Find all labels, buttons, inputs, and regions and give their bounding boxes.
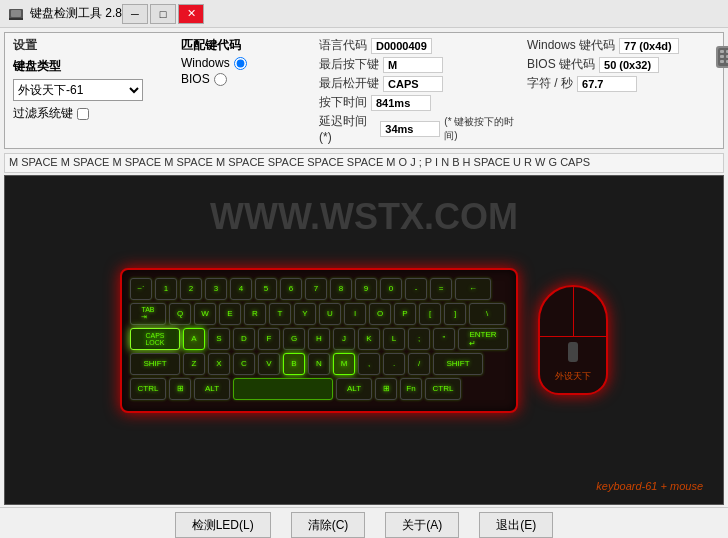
key-alt-l[interactable]: ALT bbox=[194, 378, 230, 400]
settings-group-label: 设置 bbox=[13, 37, 173, 54]
key-p[interactable]: P bbox=[394, 303, 416, 325]
title-bar-icon bbox=[8, 6, 24, 22]
chars-per-sec-label: 字符 / 秒 bbox=[527, 75, 573, 92]
key-l[interactable]: L bbox=[383, 328, 405, 350]
key-win-r[interactable]: ⊞ bbox=[375, 378, 397, 400]
filter-row: 过滤系统键 bbox=[13, 105, 173, 122]
key-space[interactable] bbox=[233, 378, 333, 400]
key-t[interactable]: T bbox=[269, 303, 291, 325]
watermark: WWW.WSTX.COM bbox=[210, 196, 518, 238]
key-e[interactable]: E bbox=[219, 303, 241, 325]
settings-right: 语言代码 D0000409 最后按下键 M 最后松开键 CAPS 按下时间 84… bbox=[319, 37, 519, 144]
key-alt-r[interactable]: ALT bbox=[336, 378, 372, 400]
key-1[interactable]: 1 bbox=[155, 278, 177, 300]
mouse-btn-right[interactable] bbox=[574, 287, 607, 337]
bios-code-row: BIOS 键代码 50 (0x32) bbox=[527, 56, 707, 73]
key-w[interactable]: W bbox=[194, 303, 216, 325]
key-o[interactable]: O bbox=[369, 303, 391, 325]
key-slash[interactable]: / bbox=[408, 353, 430, 375]
key-c[interactable]: C bbox=[233, 353, 255, 375]
key-m[interactable]: M bbox=[333, 353, 355, 375]
key-minus[interactable]: - bbox=[405, 278, 427, 300]
windows-code-row: Windows 键代码 77 (0x4d) bbox=[527, 37, 707, 54]
maximize-button[interactable]: □ bbox=[150, 4, 176, 24]
keyboard-wrapper: ~` 1 2 3 4 5 6 7 8 9 0 - = ← TAB⇥ Q W E bbox=[120, 268, 608, 413]
key-lbracket[interactable]: [ bbox=[419, 303, 441, 325]
key-s[interactable]: S bbox=[208, 328, 230, 350]
key-v[interactable]: V bbox=[258, 353, 280, 375]
about-button[interactable]: 关于(A) bbox=[385, 512, 459, 538]
key-rbracket[interactable]: ] bbox=[444, 303, 466, 325]
keyboard-type-select[interactable]: 外设天下-61 bbox=[13, 79, 143, 101]
code-group-label: 匹配键代码 bbox=[181, 37, 311, 54]
close-button[interactable]: ✕ bbox=[178, 4, 204, 24]
bios-radio[interactable] bbox=[214, 73, 227, 86]
bios-radio-row: BIOS bbox=[181, 72, 311, 86]
delay-value: 34ms bbox=[380, 121, 440, 137]
keyboard-type-label: 键盘类型 bbox=[13, 58, 173, 75]
key-7[interactable]: 7 bbox=[305, 278, 327, 300]
key-equals[interactable]: = bbox=[430, 278, 452, 300]
title-bar-buttons: ─ □ ✕ bbox=[122, 4, 204, 24]
key-5[interactable]: 5 bbox=[255, 278, 277, 300]
key-quote[interactable]: " bbox=[433, 328, 455, 350]
filter-checkbox[interactable] bbox=[77, 108, 89, 120]
key-n[interactable]: N bbox=[308, 353, 330, 375]
key-i[interactable]: I bbox=[344, 303, 366, 325]
key-log-text: M SPACE M SPACE M SPACE M SPACE M SPACE … bbox=[9, 156, 590, 168]
keyboard-icon bbox=[715, 37, 728, 77]
key-win-l[interactable]: ⊞ bbox=[169, 378, 191, 400]
key-row-1: ~` 1 2 3 4 5 6 7 8 9 0 - = ← bbox=[130, 278, 508, 300]
key-g[interactable]: G bbox=[283, 328, 305, 350]
key-h[interactable]: H bbox=[308, 328, 330, 350]
key-backslash[interactable]: \ bbox=[469, 303, 505, 325]
lang-code-row: 语言代码 D0000409 bbox=[319, 37, 519, 54]
key-tilde[interactable]: ~` bbox=[130, 278, 152, 300]
key-f[interactable]: F bbox=[258, 328, 280, 350]
exit-button[interactable]: 退出(E) bbox=[479, 512, 553, 538]
mouse-btn-left[interactable] bbox=[540, 287, 574, 337]
key-y[interactable]: Y bbox=[294, 303, 316, 325]
mouse-top bbox=[540, 287, 606, 337]
key-4[interactable]: 4 bbox=[230, 278, 252, 300]
key-r[interactable]: R bbox=[244, 303, 266, 325]
key-k[interactable]: K bbox=[358, 328, 380, 350]
key-b[interactable]: B bbox=[283, 353, 305, 375]
delay-row: 延迟时间 (*) 34ms (* 键被按下的时间) bbox=[319, 113, 519, 144]
lang-code-label: 语言代码 bbox=[319, 37, 367, 54]
svg-rect-9 bbox=[720, 55, 724, 58]
key-shift-l[interactable]: SHIFT bbox=[130, 353, 180, 375]
key-j[interactable]: J bbox=[333, 328, 355, 350]
keyboard-select-row: 外设天下-61 bbox=[13, 79, 173, 101]
key-6[interactable]: 6 bbox=[280, 278, 302, 300]
key-shift-r[interactable]: SHIFT bbox=[433, 353, 483, 375]
key-caps[interactable]: CAPSLOCK bbox=[130, 328, 180, 350]
key-2[interactable]: 2 bbox=[180, 278, 202, 300]
key-backspace[interactable]: ← bbox=[455, 278, 491, 300]
minimize-button[interactable]: ─ bbox=[122, 4, 148, 24]
key-0[interactable]: 0 bbox=[380, 278, 402, 300]
key-q[interactable]: Q bbox=[169, 303, 191, 325]
key-semicolon[interactable]: ; bbox=[408, 328, 430, 350]
key-ctrl-r[interactable]: CTRL bbox=[425, 378, 461, 400]
last-press-value: M bbox=[383, 57, 443, 73]
key-ctrl-l[interactable]: CTRL bbox=[130, 378, 166, 400]
key-z[interactable]: Z bbox=[183, 353, 205, 375]
key-8[interactable]: 8 bbox=[330, 278, 352, 300]
settings-panel: 设置 键盘类型 外设天下-61 过滤系统键 匹配键代码 Windows BIOS… bbox=[4, 32, 724, 149]
key-a[interactable]: A bbox=[183, 328, 205, 350]
key-period[interactable]: . bbox=[383, 353, 405, 375]
key-tab[interactable]: TAB⇥ bbox=[130, 303, 166, 325]
key-d[interactable]: D bbox=[233, 328, 255, 350]
key-u[interactable]: U bbox=[319, 303, 341, 325]
detect-led-button[interactable]: 检测LED(L) bbox=[175, 512, 271, 538]
clear-button[interactable]: 清除(C) bbox=[291, 512, 366, 538]
key-enter[interactable]: ENTER↵ bbox=[458, 328, 508, 350]
key-9[interactable]: 9 bbox=[355, 278, 377, 300]
key-x[interactable]: X bbox=[208, 353, 230, 375]
mouse-body: 外设天下 bbox=[538, 285, 608, 395]
key-fn[interactable]: Fn bbox=[400, 378, 422, 400]
windows-radio[interactable] bbox=[234, 57, 247, 70]
key-3[interactable]: 3 bbox=[205, 278, 227, 300]
key-comma[interactable]: , bbox=[358, 353, 380, 375]
